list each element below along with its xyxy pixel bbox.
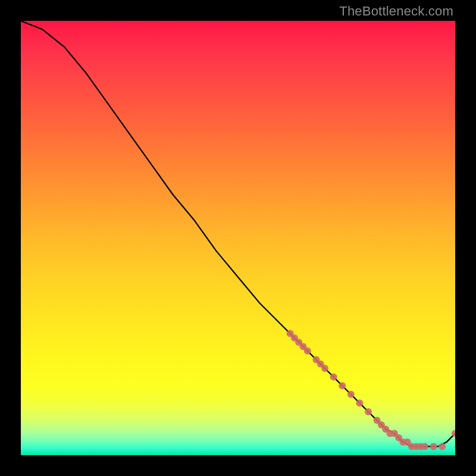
marker-cluster (287, 330, 455, 450)
chart-svg (21, 21, 455, 455)
data-point (439, 443, 446, 450)
data-point (356, 399, 363, 406)
data-point (430, 443, 437, 450)
data-point (304, 347, 311, 355)
data-point (339, 382, 346, 389)
chart-frame: TheBottleneck.com (0, 0, 476, 476)
plot-area (21, 21, 455, 455)
data-point (347, 391, 355, 398)
bottleneck-curve (21, 21, 455, 446)
data-point (330, 374, 337, 381)
data-point (321, 365, 328, 372)
data-point (421, 443, 428, 450)
watermark-label: TheBottleneck.com (339, 4, 453, 19)
data-point (365, 408, 372, 415)
